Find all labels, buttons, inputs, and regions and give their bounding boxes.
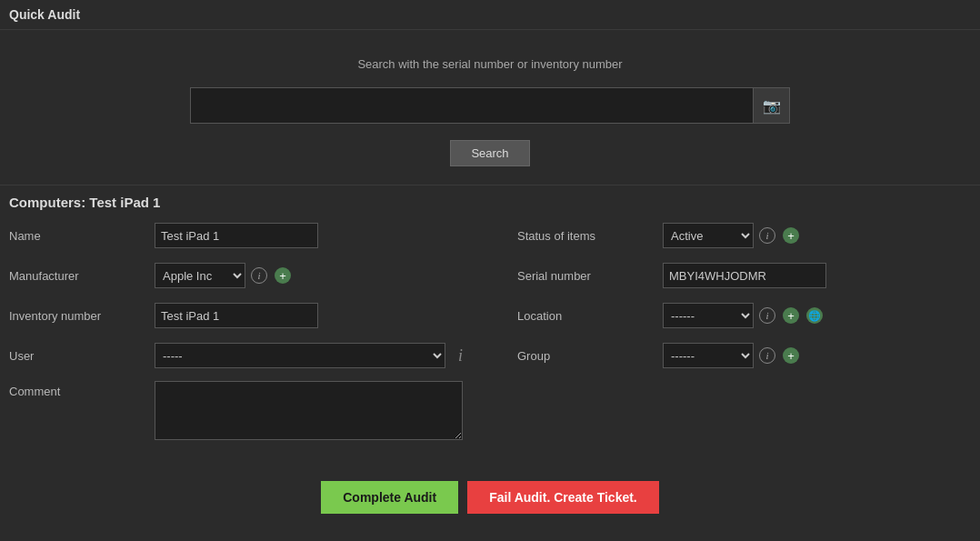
group-add-icon[interactable]: + [783,347,799,364]
inventory-input[interactable] [155,303,318,328]
status-label: Status of items [517,229,663,243]
serial-row: Serial number [517,261,971,290]
user-label: User [9,349,155,363]
status-control: Active Inactive i + [663,223,971,248]
manufacturer-info-icon[interactable]: i [251,267,267,284]
manufacturer-control: Apple Inc i + [155,263,463,288]
group-info-icon[interactable]: i [759,347,775,364]
complete-audit-button[interactable]: Complete Audit [321,481,458,514]
search-button[interactable]: Search [450,140,529,166]
comment-row: Comment [9,381,463,443]
form-area: Name Manufacturer Apple Inc i + Inventor… [0,221,980,463]
name-label: Name [9,229,155,243]
group-label: Group [517,349,663,363]
name-control [155,223,463,248]
action-buttons: Complete Audit Fail Audit. Create Ticket… [0,463,980,523]
search-btn-row: Search [450,140,529,166]
location-label: Location [517,309,663,323]
result-section-title: Computers: Test iPad 1 [0,185,980,221]
status-info-icon[interactable]: i [759,227,775,244]
name-row: Name [9,221,463,250]
search-input[interactable] [190,87,754,124]
location-globe-icon[interactable]: 🌐 [806,307,823,324]
serial-label: Serial number [517,269,663,283]
camera-button[interactable]: 📷 [754,87,790,124]
comment-control [155,381,463,443]
manufacturer-add-icon[interactable]: + [275,267,291,284]
inventory-control [155,303,463,328]
comment-label: Comment [9,381,155,398]
location-control: ------ i + 🌐 [663,303,971,328]
manufacturer-row: Manufacturer Apple Inc i + [9,261,463,290]
inventory-row: Inventory number [9,301,463,330]
status-add-icon[interactable]: + [783,227,799,244]
user-row: User ----- i [9,341,463,370]
inventory-label: Inventory number [9,309,155,323]
user-select[interactable]: ----- [155,343,445,368]
group-row: Group ------ i + [517,341,971,370]
location-info-icon[interactable]: i [759,307,775,324]
manufacturer-select[interactable]: Apple Inc [155,263,245,288]
location-row: Location ------ i + 🌐 [517,301,971,330]
status-row: Status of items Active Inactive i + [517,221,971,250]
serial-control [663,263,971,288]
status-select[interactable]: Active Inactive [663,223,754,248]
user-info-icon[interactable]: i [458,346,463,366]
form-left: Name Manufacturer Apple Inc i + Inventor… [9,221,490,454]
search-bar-row: 📷 [190,87,790,124]
form-right: Status of items Active Inactive i + Seri… [490,221,971,454]
location-select[interactable]: ------ [663,303,754,328]
manufacturer-label: Manufacturer [9,269,155,283]
search-section: Search with the serial number or invento… [0,30,980,185]
user-control: ----- i [155,343,463,368]
comment-textarea[interactable] [155,381,463,440]
name-input[interactable] [155,223,318,248]
group-control: ------ i + [663,343,971,368]
page-title: Quick Audit [0,0,980,30]
group-select[interactable]: ------ [663,343,754,368]
location-add-icon[interactable]: + [783,307,799,324]
serial-input[interactable] [663,263,826,288]
camera-icon: 📷 [763,97,781,115]
search-hint: Search with the serial number or invento… [357,57,622,71]
fail-audit-button[interactable]: Fail Audit. Create Ticket. [467,481,659,514]
